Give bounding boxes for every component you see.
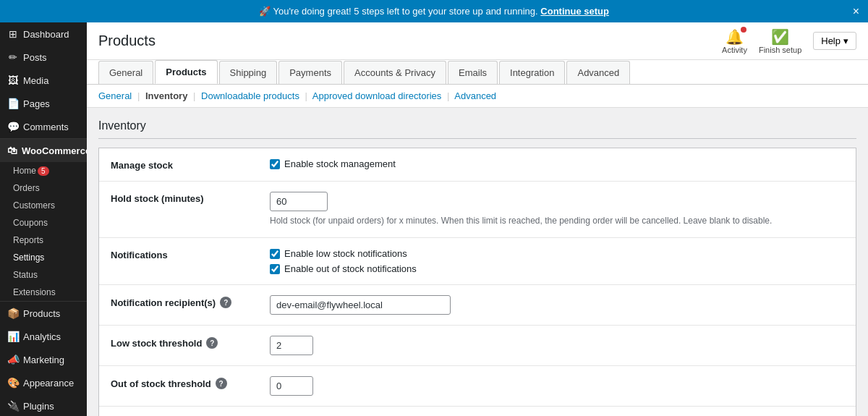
sidebar-sub-extensions[interactable]: Extensions [0, 284, 87, 301]
continue-setup-link[interactable]: Continue setup [540, 6, 609, 17]
subnav-general[interactable]: General [98, 90, 132, 101]
out-of-stock-visibility-row: Out of stock visibility Hide out of stoc… [99, 407, 856, 416]
hold-stock-row: Hold stock (minutes) Hold stock (for unp… [99, 182, 856, 238]
sidebar-item-label: Products [23, 308, 60, 319]
sidebar-item-appearance[interactable]: 🎨 Appearance [0, 371, 87, 394]
content-area: Products 🔔 Activity ✅ Finish setup Help … [87, 22, 868, 416]
sidebar-item-marketing[interactable]: 📣 Marketing [0, 348, 87, 371]
notification-recipient-input[interactable] [270, 295, 451, 315]
sidebar-item-media[interactable]: 🖼 Media [0, 69, 87, 92]
sidebar-item-products[interactable]: 📦 Products [0, 302, 87, 325]
hold-stock-label: Hold stock (minutes) [111, 192, 270, 204]
sidebar-item-label: Posts [23, 52, 47, 63]
comments-icon: 💬 [7, 121, 19, 132]
subnav-inventory-current: Inventory [145, 90, 188, 101]
tab-accounts-privacy[interactable]: Accounts & Privacy [344, 61, 446, 84]
out-of-stock-threshold-input[interactable] [270, 376, 313, 396]
sidebar-item-pages[interactable]: 📄 Pages [0, 92, 87, 115]
low-stock-threshold-label: Low stock threshold ? [111, 336, 270, 349]
out-of-stock-notification-row: Enable out of stock notifications [270, 263, 844, 274]
out-of-stock-threshold-help-icon[interactable]: ? [216, 378, 227, 389]
tab-products[interactable]: Products [155, 60, 217, 84]
separator: | [193, 90, 195, 101]
marketing-icon: 📣 [7, 354, 19, 365]
plugins-icon: 🔌 [7, 400, 19, 412]
finish-setup-icon: ✅ [771, 28, 789, 46]
sidebar-sub-reports[interactable]: Reports [0, 232, 87, 249]
sidebar-item-dashboard[interactable]: ⊞ Dashboard [0, 22, 87, 46]
notifications-label: Notifications [111, 248, 270, 260]
sidebar-item-label: Pages [23, 98, 50, 109]
home-badge: 5 [38, 166, 49, 176]
subnav-approved-dirs[interactable]: Approved download directories [312, 90, 442, 101]
sub-label: Customers [13, 200, 55, 211]
sidebar-sub-orders[interactable]: Orders [0, 179, 87, 197]
woo-icon: 🛍 [7, 145, 17, 156]
low-stock-threshold-help-icon[interactable]: ? [206, 337, 218, 349]
tab-shipping[interactable]: Shipping [219, 61, 278, 84]
banner-text: 🚀 You're doing great! 5 steps left to ge… [259, 6, 538, 17]
tab-payments[interactable]: Payments [278, 61, 342, 84]
sidebar-item-comments[interactable]: 💬 Comments [0, 115, 87, 138]
notification-recipient-field [270, 295, 844, 315]
sub-label: Status [13, 270, 38, 280]
media-icon: 🖼 [7, 75, 19, 86]
inventory-section-title: Inventory [98, 119, 856, 139]
top-bar: Products 🔔 Activity ✅ Finish setup Help … [87, 22, 868, 60]
notification-recipient-label: Notification recipient(s) ? [111, 295, 270, 308]
hold-stock-input[interactable] [270, 192, 328, 211]
sidebar-item-posts[interactable]: ✏ Posts [0, 46, 87, 69]
sub-label: Settings [13, 252, 44, 263]
activity-button[interactable]: 🔔 Activity [722, 28, 747, 54]
hold-stock-field: Hold stock (for unpaid orders) for x min… [270, 192, 844, 227]
low-stock-threshold-input[interactable] [270, 336, 313, 355]
manage-stock-row: Manage stock Enable stock management [99, 148, 856, 182]
separator: | [447, 90, 449, 101]
sidebar-sub-customers[interactable]: Customers [0, 197, 87, 214]
chevron-down-icon: ▾ [843, 35, 848, 46]
sidebar-item-label: Plugins [23, 401, 54, 412]
sidebar-item-analytics[interactable]: 📊 Analytics [0, 325, 87, 348]
notifications-field: Enable low stock notifications Enable ou… [270, 248, 844, 274]
sidebar-item-label: Comments [23, 122, 69, 132]
close-banner-button[interactable]: × [853, 5, 859, 18]
finish-setup-button[interactable]: ✅ Finish setup [759, 28, 801, 54]
dashboard-icon: ⊞ [7, 28, 19, 40]
subnav-downloadable[interactable]: Downloadable products [201, 90, 299, 101]
tab-integration[interactable]: Integration [499, 61, 565, 84]
tab-emails[interactable]: Emails [448, 61, 498, 84]
low-stock-threshold-row: Low stock threshold ? [99, 326, 856, 366]
out-of-stock-notification-checkbox[interactable] [270, 264, 280, 274]
sidebar-sub-settings[interactable]: Settings [0, 249, 87, 266]
activity-bell-icon: 🔔 [726, 28, 744, 46]
inventory-settings-table: Manage stock Enable stock management Hol… [98, 148, 856, 416]
enable-stock-label: Enable stock management [284, 158, 396, 169]
pages-icon: 📄 [7, 98, 19, 109]
sidebar-sub-status[interactable]: Status [0, 266, 87, 284]
top-bar-actions: 🔔 Activity ✅ Finish setup Help ▾ [722, 28, 856, 54]
low-stock-notification-checkbox[interactable] [270, 249, 280, 259]
low-stock-threshold-field [270, 336, 844, 355]
sidebar: ⊞ Dashboard ✏ Posts 🖼 Media 📄 Pages 💬 Co… [0, 22, 87, 416]
notifications-row: Notifications Enable low stock notificat… [99, 238, 856, 285]
help-label: Help [821, 35, 841, 46]
sub-label: Orders [13, 183, 40, 193]
sidebar-item-plugins[interactable]: 🔌 Plugins [0, 394, 87, 416]
help-button[interactable]: Help ▾ [813, 32, 856, 50]
separator: | [305, 90, 307, 101]
hold-stock-desc: Hold stock (for unpaid orders) for x min… [270, 214, 844, 227]
out-of-stock-notification-label: Enable out of stock notifications [284, 263, 417, 274]
notification-recipient-help-icon[interactable]: ? [220, 297, 231, 308]
subnav-advanced[interactable]: Advanced [454, 90, 496, 101]
separator: | [137, 90, 140, 101]
sidebar-item-woocommerce[interactable]: 🛍 WooCommerce [0, 139, 87, 162]
finish-setup-label: Finish setup [759, 46, 801, 54]
sub-label: Coupons [13, 218, 48, 228]
manage-stock-checkbox-row: Enable stock management [270, 158, 844, 169]
enable-stock-checkbox[interactable] [270, 159, 280, 169]
sub-label: Extensions [13, 287, 56, 297]
tab-advanced[interactable]: Advanced [566, 61, 630, 84]
sidebar-sub-coupons[interactable]: Coupons [0, 214, 87, 232]
sidebar-sub-home[interactable]: Home5 [0, 162, 87, 179]
tab-general[interactable]: General [98, 61, 153, 84]
